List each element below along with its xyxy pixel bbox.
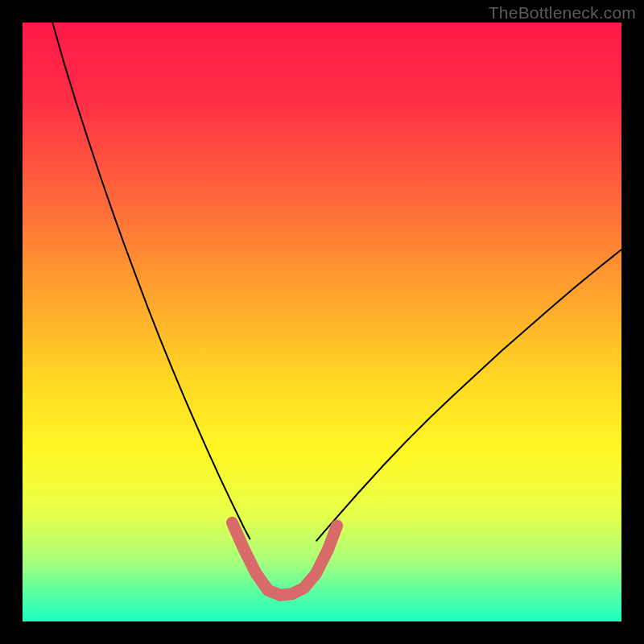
chart-svg [23,23,621,621]
chart-frame: TheBottleneck.com [0,0,644,644]
watermark-text: TheBottleneck.com [489,3,636,23]
gradient-background [23,23,621,621]
plot-area [23,23,621,621]
